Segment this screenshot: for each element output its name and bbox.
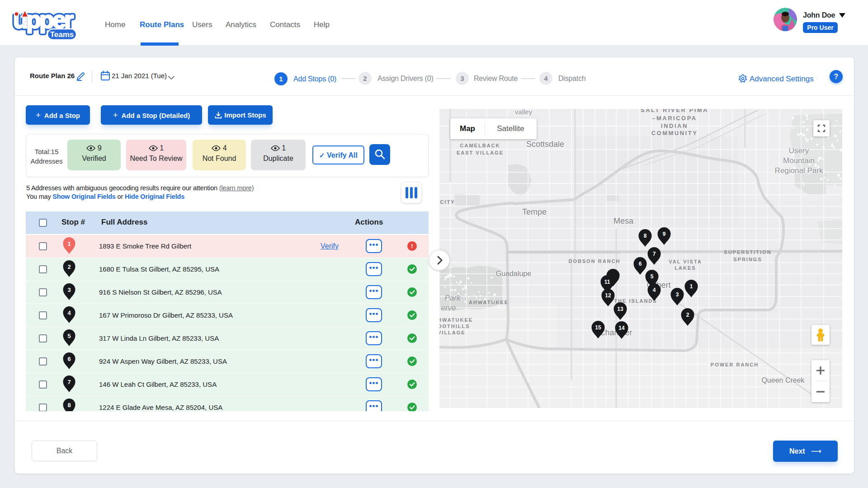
svg-text:LAKES: LAKES: [675, 265, 696, 271]
svg-text:13: 13: [617, 306, 623, 312]
svg-text:6: 6: [67, 356, 71, 362]
svg-text:1: 1: [67, 240, 71, 247]
svg-text:2: 2: [686, 312, 689, 318]
svg-text:Queen Creek: Queen Creek: [761, 376, 805, 384]
svg-text:8: 8: [67, 402, 71, 408]
svg-text:9: 9: [663, 231, 666, 237]
svg-text:3: 3: [676, 291, 679, 298]
svg-text:EAST VILLAGE: EAST VILLAGE: [457, 150, 504, 155]
svg-text:HWATUKEE: HWATUKEE: [439, 317, 473, 323]
svg-text:4: 4: [653, 287, 656, 293]
svg-text:VILLAGE: VILLAGE: [439, 330, 466, 335]
svg-text:INDIAN: INDIAN: [661, 122, 688, 129]
svg-text:1: 1: [690, 283, 693, 290]
svg-text:SPRINGS: SPRINGS: [733, 257, 762, 262]
svg-text:COMMUNITY: COMMUNITY: [651, 130, 698, 136]
svg-text:SALT RIVER PIMA: SALT RIVER PIMA: [641, 109, 708, 113]
svg-text:4: 4: [67, 310, 71, 316]
svg-text:erve: erve: [441, 304, 456, 312]
svg-text:14: 14: [618, 325, 625, 331]
svg-text:11: 11: [604, 279, 610, 285]
svg-text:8: 8: [644, 233, 647, 239]
svg-text:Usery: Usery: [789, 146, 809, 155]
svg-text:Teams: Teams: [50, 30, 74, 39]
svg-text:12: 12: [605, 292, 611, 299]
svg-text:7: 7: [67, 379, 71, 385]
svg-text:3: 3: [67, 286, 71, 293]
svg-text:5: 5: [67, 333, 71, 339]
svg-text:15: 15: [595, 324, 601, 331]
svg-text:Guadalupe: Guadalupe: [496, 270, 531, 277]
svg-text:6: 6: [639, 261, 642, 267]
svg-text:Tempe: Tempe: [522, 207, 547, 216]
svg-text:CITY: CITY: [440, 199, 455, 205]
svg-text:Mesa: Mesa: [613, 216, 634, 225]
svg-text:OOTHILLS: OOTHILLS: [439, 324, 470, 329]
svg-text:VAL VISTA: VAL VISTA: [669, 259, 702, 264]
svg-text:2: 2: [67, 263, 71, 270]
svg-text:Mountain: Mountain: [783, 156, 815, 165]
svg-text:5: 5: [651, 273, 654, 280]
svg-text:valley: valley: [515, 109, 533, 116]
svg-text:–MARICOPA: –MARICOPA: [652, 115, 697, 122]
svg-text:Scottsdale: Scottsdale: [526, 140, 564, 149]
svg-text:7: 7: [653, 251, 656, 257]
svg-text:POWER RANCH: POWER RANCH: [711, 362, 759, 367]
svg-text:Regional Park: Regional Park: [775, 166, 823, 175]
svg-text:Park: Park: [445, 294, 461, 302]
svg-text:CAMELBACK: CAMELBACK: [460, 143, 500, 148]
svg-text:SUPERSTITION: SUPERSTITION: [724, 249, 771, 255]
svg-text:AHWATUKEE: AHWATUKEE: [469, 300, 509, 305]
svg-text:DOBSON RANCH: DOBSON RANCH: [568, 258, 620, 264]
